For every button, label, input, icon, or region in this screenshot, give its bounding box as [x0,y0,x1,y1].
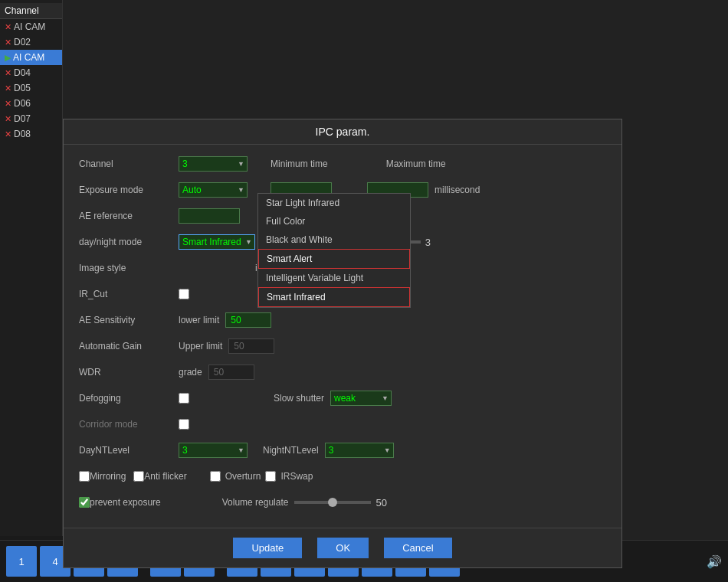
upper-limit-value: 50 [228,338,274,354]
nightnt-select-wrap[interactable]: 3 [325,443,394,458]
daynt-label: DayNTLevel [79,445,179,456]
mirroring-label: Mirroring [90,471,126,482]
dialog-footer: Update OK Cancel [64,528,621,567]
x-icon: ✕ [5,22,11,32]
x-icon: ✕ [5,38,11,47]
nightnt-select[interactable]: 3 [325,443,394,458]
sidebar-item-label: D08 [14,129,31,139]
sidebar-item-d02[interactable]: ✕ D02 [0,34,62,50]
channel-label: Channel [79,159,179,169]
overturn-label: Overturn [225,471,261,482]
x-icon: ✕ [5,83,11,93]
exposure-label: Exposure mode [79,185,179,195]
slow-select-wrap[interactable]: weak [330,391,392,406]
dropdown-item-smartinfrared[interactable]: Smart Infrared [258,287,410,307]
sidebar: Channel ✕ AI CAM ✕ D02 ▶ AI CAM ✕ D04 ✕ … [0,0,63,536]
overturn-checkbox[interactable] [210,471,221,482]
sidebar-item-aicam2[interactable]: ▶ AI CAM [0,50,62,65]
mirroring-checkbox[interactable] [79,471,90,482]
exposure-select-wrap[interactable]: Auto [179,182,248,198]
irswap-checkbox[interactable] [265,471,276,482]
min-time-label: Minimum time [271,159,328,169]
taskbar-btn-1[interactable]: 1 [6,546,37,577]
sidebar-item-label: AI CAM [14,21,45,32]
arrow-icon: ▶ [5,53,11,63]
dropdown-item-starlight[interactable]: Star Light Infrared [258,194,410,212]
channel-select[interactable]: 3 [179,156,248,172]
volume-value: 50 [375,497,386,508]
channel-row: Channel 3 Minimum time Maximum time [79,154,606,174]
slow-select[interactable]: weak [330,391,392,406]
upper-limit-label: Upper limit [179,341,222,351]
ae-reference-label: AE reference [79,211,179,221]
dropdown-item-smartalert[interactable]: Smart Alert [258,249,410,269]
ircut-label: IR_Cut [79,289,179,299]
defogging-checkbox[interactable] [179,393,189,404]
daynight-label: day/night mode [79,237,179,247]
wdr-row: WDR grade 50 [79,362,606,382]
wdr-label: WDR [79,367,179,378]
sidebar-item-d08[interactable]: ✕ D08 [0,126,62,142]
exposure-select[interactable]: Auto [179,182,248,198]
channel-select-wrap[interactable]: 3 [179,156,248,172]
corridor-row: Corridor mode [79,414,606,434]
sidebar-item-aicam1[interactable]: ✕ AI CAM [0,19,62,34]
dropdown-item-bw[interactable]: Black and White [258,231,410,249]
ae-reference-input[interactable]: 50 [179,208,240,224]
daynt-row: DayNTLevel 3 NightNTLevel 3 [79,440,606,460]
ipc-param-dialog: IPC param. Channel 3 Minimum time Maximu… [63,119,622,568]
x-icon: ✕ [5,99,11,109]
sidebar-item-label: D02 [14,37,31,47]
image-style-label: Image style [79,263,179,273]
irswap-label: IRSwap [280,471,313,482]
taskbar-sound-icon: 🔊 [707,554,722,569]
volume-slider[interactable] [294,501,371,504]
sidebar-item-label: D07 [14,113,31,124]
max-time-label: Maximum time [386,159,446,169]
ok-button[interactable]: OK [317,538,369,558]
dropdown-item-fullcolor[interactable]: Full Color [258,212,410,231]
grade-label: grade [179,367,202,378]
daynight-select-wrap[interactable]: Smart Infrared [179,234,255,250]
millisecond-label: millisecond [435,185,480,195]
slow-shutter-label: Slow shutter [274,393,324,404]
sidebar-item-d06[interactable]: ✕ D06 [0,96,62,111]
sidebar-header: Channel [0,3,62,19]
sidebar-item-d04[interactable]: ✕ D04 [0,65,62,80]
daynight-dropdown: Star Light Infrared Full Color Black and… [257,193,411,308]
daynt-select-wrap[interactable]: 3 [179,443,248,458]
checkboxes-row: Mirroring Anti flicker Overturn IRSwap [79,466,606,486]
volume-label: Volume regulate [222,497,289,508]
dropdown-item-intelligent[interactable]: Intelligent Variable Light [258,269,410,287]
x-icon: ✕ [5,114,11,124]
update-button[interactable]: Update [233,538,302,558]
corridor-label: Corridor mode [79,419,179,430]
lower-limit-label: lower limit [179,315,219,325]
sidebar-item-d05[interactable]: ✕ D05 [0,80,62,96]
grade-value: 50 [208,365,254,380]
ircut-checkbox[interactable] [179,289,189,299]
daynt-select[interactable]: 3 [179,443,248,458]
dnc-value: 3 [425,237,431,248]
antiflicker-checkbox[interactable] [133,471,144,482]
lower-limit-value: 50 [225,312,271,328]
ae-sensitivity-label: AE Sensitivity [79,315,179,325]
corridor-checkbox[interactable] [179,419,189,430]
auto-gain-label: Automatic Gain [79,341,179,351]
defogging-label: Defogging [79,393,179,404]
sidebar-item-label: D04 [14,67,31,78]
sidebar-item-label: D06 [14,98,31,109]
prevent-row: prevent exposure Volume regulate 50 [79,492,606,512]
cancel-button[interactable]: Cancel [384,538,451,558]
x-icon: ✕ [5,129,11,139]
defogging-row: Defogging Slow shutter weak [79,388,606,408]
antiflicker-label: Anti flicker [144,471,186,482]
auto-gain-row: Automatic Gain Upper limit 50 [79,336,606,356]
sidebar-item-d07[interactable]: ✕ D07 [0,111,62,126]
sidebar-item-label: AI CAM [13,52,44,63]
prevent-checkbox[interactable] [79,497,90,508]
x-icon: ✕ [5,68,11,78]
daynight-select[interactable]: Smart Infrared [179,234,255,250]
ae-sensitivity-row: AE Sensitivity lower limit 50 [79,310,606,330]
prevent-label: prevent exposure [90,497,161,508]
